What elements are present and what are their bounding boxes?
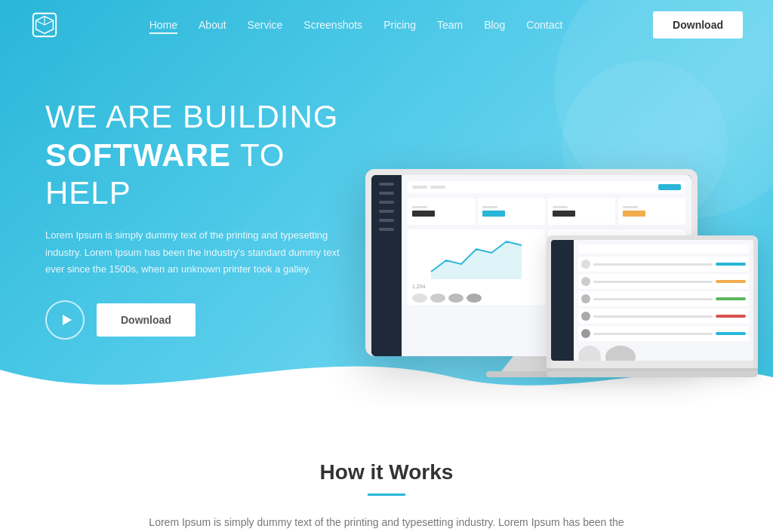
play-icon	[60, 314, 72, 326]
laptop-outer: $5,920	[547, 235, 758, 368]
nav-pricing[interactable]: Pricing	[383, 19, 416, 31]
nav-download-button[interactable]: Download	[653, 11, 743, 38]
nav-blog[interactable]: Blog	[484, 19, 505, 31]
laptop-sidebar	[551, 240, 574, 361]
logo[interactable]	[30, 11, 59, 39]
svg-marker-5	[63, 315, 72, 325]
nav-contact[interactable]: Contact	[526, 19, 562, 31]
laptop-mockup: $5,920	[547, 235, 758, 377]
hero-mockup: 1,204	[350, 169, 758, 377]
how-it-works-description: Lorem Ipsum is simply dummy text of the …	[137, 514, 636, 532]
hero-actions: Download	[45, 300, 341, 340]
hero-section: WE ARE BUILDING SOFTWARE TO HELP Lorem I…	[0, 0, 773, 407]
nav-home[interactable]: Home	[149, 19, 177, 34]
line-chart	[412, 234, 540, 279]
svg-line-4	[36, 20, 45, 25]
nav-menu: Home About Service Screenshots Pricing T…	[149, 18, 563, 32]
nav-screenshots[interactable]: Screenshots	[303, 19, 362, 31]
svg-marker-6	[431, 241, 522, 279]
hero-download-button[interactable]: Download	[97, 303, 196, 337]
logo-icon	[30, 11, 59, 39]
laptop-main: $5,920	[574, 240, 753, 361]
how-it-works-title: How it Works	[30, 460, 743, 484]
svg-line-3	[45, 20, 53, 25]
nav-service[interactable]: Service	[248, 19, 283, 31]
hero-description: Lorem Ipsum is simply dummy text of the …	[45, 227, 341, 277]
hero-content: WE ARE BUILDING SOFTWARE TO HELP Lorem I…	[0, 23, 386, 384]
monitor-sidebar	[371, 175, 402, 356]
play-button[interactable]	[45, 300, 85, 340]
how-it-works-section: How it Works Lorem Ipsum is simply dummy…	[0, 407, 773, 532]
laptop-screen: $5,920	[551, 240, 753, 361]
section-divider	[368, 494, 405, 496]
nav-team[interactable]: Team	[437, 19, 463, 31]
hero-title: WE ARE BUILDING SOFTWARE TO HELP	[45, 98, 341, 212]
nav-about[interactable]: About	[199, 19, 226, 31]
navbar: Home About Service Screenshots Pricing T…	[0, 0, 773, 50]
